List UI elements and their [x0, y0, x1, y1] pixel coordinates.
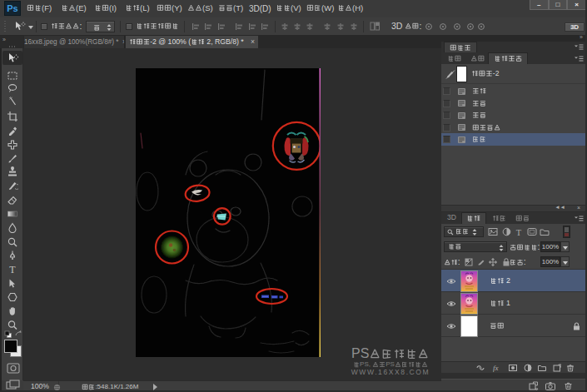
svg-text:T: T — [9, 264, 16, 275]
svg-text:fx: fx — [493, 364, 499, 372]
svg-text:T: T — [516, 228, 522, 237]
